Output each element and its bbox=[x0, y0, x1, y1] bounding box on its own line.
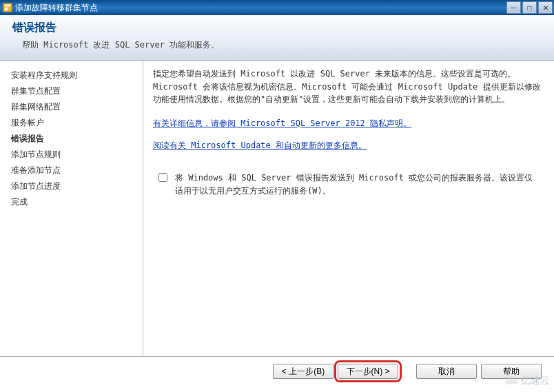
minimize-button[interactable]: ─ bbox=[506, 1, 521, 14]
cloud-icon bbox=[504, 374, 518, 388]
send-error-reports-label: 将 Windows 和 SQL Server 错误报告发送到 Microsoft… bbox=[175, 172, 533, 197]
content-panel: 指定您希望自动发送到 Microsoft 以改进 SQL Server 未来版本… bbox=[143, 61, 554, 356]
description-paragraph: 指定您希望自动发送到 Microsoft 以改进 SQL Server 未来版本… bbox=[153, 68, 544, 106]
back-button[interactable]: < 上一步(B) bbox=[273, 364, 334, 379]
body: 安装程序支持规则 群集节点配置 群集网络配置 服务帐户 错误报告 添加节点规则 … bbox=[0, 61, 554, 357]
microsoft-update-link[interactable]: 阅读有关 Microsoft Update 和自动更新的更多信息。 bbox=[153, 139, 367, 152]
page-title: 错误报告 bbox=[12, 21, 542, 35]
privacy-statement-link[interactable]: 有关详细信息，请参阅 Microsoft SQL Server 2012 隐私声… bbox=[153, 117, 411, 130]
sidebar-item-cluster-network-config[interactable]: 群集网络配置 bbox=[10, 99, 137, 115]
sidebar-item-add-node-rules[interactable]: 添加节点规则 bbox=[10, 147, 137, 163]
titlebar: 添加故障转移群集节点 ─ □ ✕ bbox=[0, 0, 554, 15]
sidebar-item-ready-add-node[interactable]: 准备添加节点 bbox=[10, 163, 137, 178]
send-error-reports-checkbox[interactable] bbox=[158, 173, 167, 182]
sidebar-item-complete[interactable]: 完成 bbox=[10, 194, 137, 210]
app-icon bbox=[3, 3, 12, 12]
next-button[interactable]: 下一步(N) > bbox=[338, 364, 398, 379]
sidebar-item-install-rules[interactable]: 安装程序支持规则 bbox=[10, 68, 137, 83]
page-subtitle: 帮助 Microsoft 改进 SQL Server 功能和服务。 bbox=[12, 39, 542, 51]
page-header: 错误报告 帮助 Microsoft 改进 SQL Server 功能和服务。 bbox=[0, 15, 554, 61]
sidebar-item-service-accounts[interactable]: 服务帐户 bbox=[10, 115, 137, 131]
sidebar-item-cluster-node-config[interactable]: 群集节点配置 bbox=[10, 83, 137, 99]
sidebar-item-error-reporting[interactable]: 错误报告 bbox=[10, 131, 137, 147]
window-title: 添加故障转移群集节点 bbox=[15, 2, 98, 14]
watermark: 亿速云 bbox=[504, 374, 550, 388]
sidebar-item-add-node-progress[interactable]: 添加节点进度 bbox=[10, 178, 137, 194]
svg-rect-2 bbox=[5, 8, 8, 10]
sidebar: 安装程序支持规则 群集节点配置 群集网络配置 服务帐户 错误报告 添加节点规则 … bbox=[0, 61, 143, 356]
cancel-button[interactable]: 取消 bbox=[416, 364, 477, 379]
footer: < 上一步(B) 下一步(N) > 取消 帮助 bbox=[0, 357, 554, 386]
svg-rect-1 bbox=[5, 5, 11, 7]
close-button[interactable]: ✕ bbox=[538, 1, 553, 14]
maximize-button[interactable]: □ bbox=[522, 1, 537, 14]
